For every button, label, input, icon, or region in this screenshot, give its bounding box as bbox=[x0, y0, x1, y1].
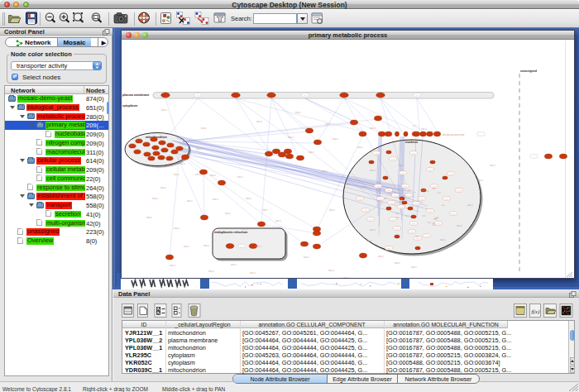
svg-text:x-x: x-x bbox=[433, 223, 436, 227]
svg-text:plasma membrane: plasma membrane bbox=[122, 93, 149, 97]
svg-text:xxx-x: xxx-x bbox=[366, 239, 372, 242]
svg-text:x-x: x-x bbox=[442, 203, 445, 207]
svg-text:xxx-x: xxx-x bbox=[174, 227, 179, 230]
svg-text:xxx-x: xxx-x bbox=[208, 270, 214, 273]
svg-text:xxx-x: xxx-x bbox=[161, 108, 167, 112]
svg-text:xxx-x: xxx-x bbox=[213, 198, 218, 201]
svg-text:xxx-x: xxx-x bbox=[225, 212, 231, 215]
svg-text:x-x: x-x bbox=[396, 201, 400, 204]
svg-text:xxx-x: xxx-x bbox=[146, 216, 152, 219]
svg-text:xxx-x: xxx-x bbox=[370, 228, 376, 232]
svg-text:xxx-x: xxx-x bbox=[187, 199, 193, 203]
svg-text:endoplasmic reticulum: endoplasmic reticulum bbox=[214, 231, 248, 234]
svg-text:x-x: x-x bbox=[405, 214, 409, 218]
svg-text:xxx-x: xxx-x bbox=[250, 271, 256, 275]
svg-text:xxx-x: xxx-x bbox=[325, 122, 331, 126]
svg-text:xxx-x: xxx-x bbox=[329, 208, 335, 212]
svg-text:xxx-x: xxx-x bbox=[179, 162, 185, 165]
svg-text:xxx-x: xxx-x bbox=[304, 256, 309, 259]
svg-text:xxx-x: xxx-x bbox=[295, 111, 301, 114]
svg-text:xxx-x: xxx-x bbox=[440, 238, 446, 241]
svg-text:xxx-x: xxx-x bbox=[256, 245, 261, 248]
svg-text:x-x: x-x bbox=[415, 235, 419, 238]
svg-text:xxx-x: xxx-x bbox=[322, 170, 328, 173]
svg-text:xxx-x: xxx-x bbox=[333, 137, 338, 141]
svg-text:xxx-x: xxx-x bbox=[256, 120, 262, 123]
svg-text:xxx-x: xxx-x bbox=[196, 147, 202, 151]
svg-text:xxx-x: xxx-x bbox=[421, 127, 427, 131]
svg-text:xxx-x: xxx-x bbox=[246, 197, 251, 200]
svg-text:x-x: x-x bbox=[400, 198, 403, 201]
svg-text:xxx-x: xxx-x bbox=[210, 174, 216, 177]
svg-text:xxx-x: xxx-x bbox=[262, 208, 268, 212]
svg-text:xxx-x: xxx-x bbox=[467, 203, 473, 207]
svg-text:xxx-x: xxx-x bbox=[345, 183, 351, 186]
svg-text:f(x): f(x) bbox=[532, 308, 540, 315]
svg-text:unassigned: unassigned bbox=[520, 69, 537, 73]
svg-text:x-x: x-x bbox=[433, 187, 436, 190]
svg-text:x-x: x-x bbox=[409, 189, 412, 192]
svg-text:xxx-x: xxx-x bbox=[184, 245, 189, 248]
svg-text:xxx-x: xxx-x bbox=[477, 179, 483, 182]
svg-text:xxx-x: xxx-x bbox=[399, 164, 404, 167]
svg-text:xxx-x: xxx-x bbox=[138, 162, 144, 165]
svg-text:xxx-x: xxx-x bbox=[152, 197, 158, 200]
svg-text:xxx-x: xxx-x bbox=[457, 224, 462, 227]
svg-text:x-x: x-x bbox=[422, 189, 425, 192]
svg-text:cytoplasm: cytoplasm bbox=[122, 104, 138, 108]
svg-text:xxx-x: xxx-x bbox=[203, 244, 209, 247]
svg-text:nucleus: nucleus bbox=[405, 140, 419, 144]
svg-text:xxx-x: xxx-x bbox=[237, 175, 243, 179]
svg-text:xxx-x: xxx-x bbox=[231, 263, 237, 266]
svg-text:x-x: x-x bbox=[426, 189, 429, 193]
svg-text:x-x: x-x bbox=[423, 214, 426, 218]
svg-text:xxx-x: xxx-x bbox=[288, 136, 294, 139]
svg-text:x-x: x-x bbox=[428, 221, 431, 224]
svg-text:xxx-x: xxx-x bbox=[174, 173, 179, 176]
svg-text:xxx-x: xxx-x bbox=[411, 265, 417, 269]
svg-text:xxx-x: xxx-x bbox=[242, 227, 248, 231]
svg-text:xxx-x: xxx-x bbox=[361, 185, 367, 189]
svg-text:x_x: x_x bbox=[413, 124, 417, 127]
svg-text:xxx-x: xxx-x bbox=[370, 127, 376, 130]
svg-text:xxx-x: xxx-x bbox=[357, 146, 363, 149]
svg-text:xxx-x: xxx-x bbox=[170, 264, 175, 267]
svg-text:x-x: x-x bbox=[436, 216, 439, 219]
svg-text:x-x: x-x bbox=[404, 194, 407, 198]
svg-text:xxx-x: xxx-x bbox=[343, 276, 349, 278]
svg-text:xxx-x: xxx-x bbox=[370, 169, 376, 172]
svg-text:x-x: x-x bbox=[396, 216, 400, 219]
svg-text:x-x: x-x bbox=[384, 197, 387, 200]
svg-text:xxx-x: xxx-x bbox=[160, 186, 166, 189]
svg-text:x-x: x-x bbox=[388, 192, 391, 195]
svg-text:xxx-x: xxx-x bbox=[309, 151, 314, 154]
svg-text:xxx-x: xxx-x bbox=[378, 255, 384, 258]
svg-text:xxx-x: xxx-x bbox=[275, 219, 281, 222]
svg-text:xxx-x: xxx-x bbox=[395, 261, 400, 265]
svg-text:xxx-x: xxx-x bbox=[328, 269, 334, 272]
svg-text:xxx-x: xxx-x bbox=[490, 164, 495, 167]
svg-text:xxx-x: xxx-x bbox=[201, 127, 207, 130]
svg-text:xxx-x: xxx-x bbox=[195, 173, 201, 176]
svg-text:x-x: x-x bbox=[438, 191, 441, 194]
svg-text:xxx-x: xxx-x bbox=[156, 165, 161, 169]
svg-text:x-x: x-x bbox=[395, 212, 399, 215]
svg-text:xxx-xxxx-xx-xxx-xx-xxx: xxx-xxxx-xx-xxx-xx-xxx bbox=[443, 134, 465, 136]
